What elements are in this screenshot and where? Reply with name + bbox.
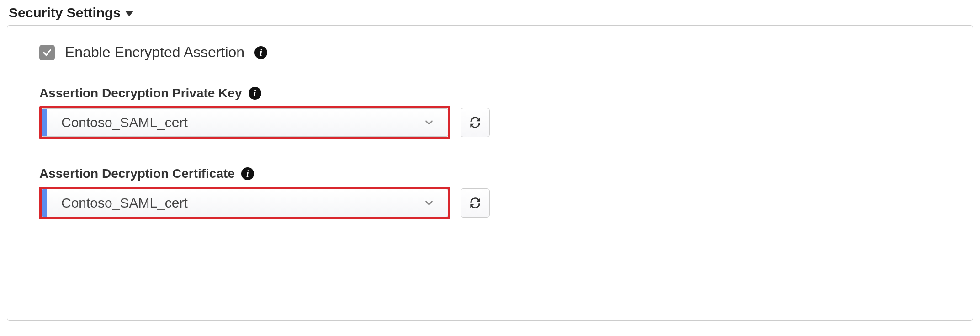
highlight-box: Contoso_SAML_cert bbox=[39, 106, 450, 139]
enable-encrypted-assertion-label: Enable Encrypted Assertion bbox=[65, 44, 244, 61]
decrypt-certificate-field: Assertion Decryption Certificate i Conto… bbox=[39, 166, 954, 219]
info-icon[interactable]: i bbox=[241, 167, 254, 180]
section-header[interactable]: Security Settings bbox=[9, 5, 973, 21]
decrypt-private-key-field: Assertion Decryption Private Key i Conto… bbox=[39, 86, 954, 139]
highlight-box: Contoso_SAML_cert bbox=[39, 187, 450, 219]
decrypt-certificate-label: Assertion Decryption Certificate bbox=[39, 166, 235, 181]
decrypt-private-key-value: Contoso_SAML_cert bbox=[47, 115, 423, 130]
enable-encrypted-assertion-row: Enable Encrypted Assertion i bbox=[39, 44, 954, 61]
info-icon[interactable]: i bbox=[254, 46, 267, 59]
decrypt-private-key-label: Assertion Decryption Private Key bbox=[39, 86, 242, 101]
caret-down-icon bbox=[125, 11, 133, 16]
field-label-row: Assertion Decryption Private Key i bbox=[39, 86, 954, 101]
select-marker bbox=[42, 189, 47, 217]
decrypt-certificate-select[interactable]: Contoso_SAML_cert bbox=[42, 189, 448, 217]
chevron-down-icon bbox=[423, 117, 435, 128]
refresh-icon bbox=[468, 196, 482, 210]
refresh-icon bbox=[468, 115, 482, 130]
decrypt-certificate-value: Contoso_SAML_cert bbox=[47, 195, 423, 211]
section-title-text: Security Settings bbox=[9, 5, 121, 21]
decrypt-private-key-select[interactable]: Contoso_SAML_cert bbox=[42, 108, 448, 137]
settings-panel: Enable Encrypted Assertion i Assertion D… bbox=[7, 25, 973, 321]
refresh-private-key-button[interactable] bbox=[461, 108, 490, 137]
enable-encrypted-assertion-checkbox[interactable] bbox=[39, 45, 55, 60]
field-label-row: Assertion Decryption Certificate i bbox=[39, 166, 954, 181]
info-icon[interactable]: i bbox=[249, 87, 261, 100]
refresh-certificate-button[interactable] bbox=[461, 188, 490, 218]
field-control-row: Contoso_SAML_cert bbox=[39, 187, 954, 219]
select-marker bbox=[42, 109, 47, 136]
field-control-row: Contoso_SAML_cert bbox=[39, 106, 954, 139]
security-settings-page: Security Settings Enable Encrypted Asser… bbox=[0, 0, 980, 336]
chevron-down-icon bbox=[423, 197, 435, 209]
check-icon bbox=[42, 48, 52, 58]
